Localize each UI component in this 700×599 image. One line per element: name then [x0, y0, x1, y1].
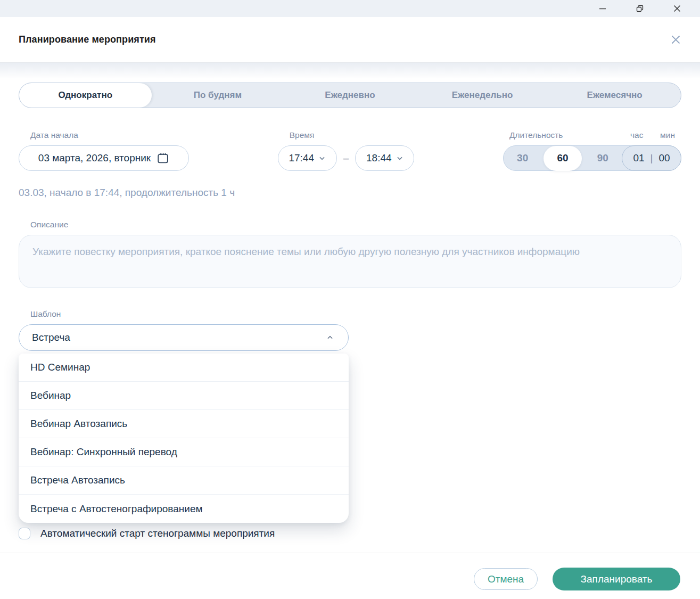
- duration-segmented-control: 30 60 90 01 | 00: [503, 145, 681, 171]
- chevron-up-icon: [326, 334, 334, 341]
- hour-min-labels: час мин: [622, 130, 681, 140]
- start-date-label: Дата начала: [19, 130, 189, 140]
- template-selected-value: Встреча: [32, 332, 70, 343]
- dialog-header: Планирование мероприятия: [0, 17, 700, 63]
- template-option-webinar-translation[interactable]: Вебинар: Синхронный перевод: [19, 438, 349, 466]
- template-dropdown: HD Семинар Вебинар Вебинар Автозапись Ве…: [19, 354, 349, 523]
- time-label: Время: [278, 130, 415, 140]
- description-label: Описание: [19, 220, 681, 229]
- auto-transcript-label: Автоматический старт стенограммы меропри…: [40, 528, 275, 539]
- duration-hour-min-input[interactable]: 01 | 00: [622, 145, 681, 171]
- start-date-value: 03 марта, 2026, вторник: [38, 152, 151, 164]
- description-input[interactable]: [19, 235, 681, 288]
- template-option-hd-seminar[interactable]: HD Семинар: [19, 354, 349, 382]
- calendar-icon: [157, 152, 169, 165]
- auto-transcript-checkbox[interactable]: [19, 528, 30, 539]
- tab-once[interactable]: Однократно: [19, 83, 152, 108]
- template-select[interactable]: Встреча: [19, 324, 349, 351]
- minimize-icon: [599, 5, 606, 12]
- dialog-title: Планирование мероприятия: [19, 34, 156, 45]
- close-icon: [673, 5, 681, 12]
- template-option-meeting-transcription[interactable]: Встреча с Автостенографированием: [19, 495, 349, 523]
- tab-weekly[interactable]: Еженедельно: [416, 83, 549, 108]
- tab-monthly[interactable]: Ежемесячно: [548, 83, 681, 108]
- cancel-button[interactable]: Отмена: [474, 568, 538, 590]
- time-group: Время 17:44 – 18:44: [278, 130, 415, 171]
- duration-presets: 30 60 90: [504, 146, 622, 171]
- window-restore-button[interactable]: [621, 0, 658, 17]
- duration-hours-value: 01: [633, 152, 644, 164]
- tab-weekdays[interactable]: По будням: [152, 83, 284, 108]
- duration-divider: |: [650, 152, 653, 164]
- end-time-select[interactable]: 18:44: [355, 145, 414, 171]
- template-option-webinar-autorecord[interactable]: Вебинар Автозапись: [19, 410, 349, 438]
- end-time-value: 18:44: [366, 152, 392, 164]
- schedule-button[interactable]: Запланировать: [553, 568, 680, 590]
- duration-option-90[interactable]: 90: [586, 146, 620, 170]
- template-option-meeting-autorecord[interactable]: Встреча Автозапись: [19, 466, 349, 495]
- window-minimize-button[interactable]: [584, 0, 621, 17]
- time-range-dash: –: [343, 152, 349, 164]
- hour-label: час: [630, 130, 643, 140]
- auto-transcript-row[interactable]: Автоматический старт стенограммы меропри…: [19, 528, 681, 539]
- start-date-input[interactable]: 03 марта, 2026, вторник: [19, 145, 189, 171]
- dialog-close-button[interactable]: [671, 35, 681, 45]
- start-time-select[interactable]: 17:44: [278, 145, 337, 171]
- restore-icon: [636, 5, 644, 12]
- recurrence-tabs: Однократно По будням Ежедневно Еженедель…: [19, 83, 681, 108]
- chevron-down-icon: [318, 154, 326, 162]
- template-option-webinar[interactable]: Вебинар: [19, 382, 349, 410]
- duration-option-30[interactable]: 30: [506, 146, 540, 170]
- template-label: Шаблон: [19, 309, 681, 319]
- chevron-down-icon: [396, 154, 403, 162]
- duration-group: Длительность час мин 30 60 90 01 | 00: [503, 130, 681, 171]
- window-titlebar: [0, 0, 700, 17]
- min-label: мин: [660, 130, 675, 140]
- time-range: 17:44 – 18:44: [278, 145, 415, 171]
- start-date-group: Дата начала 03 марта, 2026, вторник: [19, 130, 189, 171]
- schedule-summary: 03.03, начало в 17:44, продолжительность…: [19, 187, 681, 199]
- header-shadow: [0, 63, 700, 79]
- window-close-button[interactable]: [658, 0, 696, 17]
- tab-daily[interactable]: Ежедневно: [284, 83, 416, 108]
- schedule-row: Дата начала 03 марта, 2026, вторник Врем…: [19, 130, 681, 171]
- dialog-footer: Отмена Запланировать: [0, 553, 700, 590]
- start-time-value: 17:44: [289, 152, 314, 164]
- duration-labels: Длительность час мин: [503, 130, 681, 140]
- duration-option-60[interactable]: 60: [543, 146, 582, 171]
- close-icon: [671, 35, 681, 45]
- dialog-body: Однократно По будням Ежедневно Еженедель…: [0, 83, 700, 539]
- duration-label: Длительность: [503, 130, 563, 140]
- duration-minutes-value: 00: [658, 152, 670, 164]
